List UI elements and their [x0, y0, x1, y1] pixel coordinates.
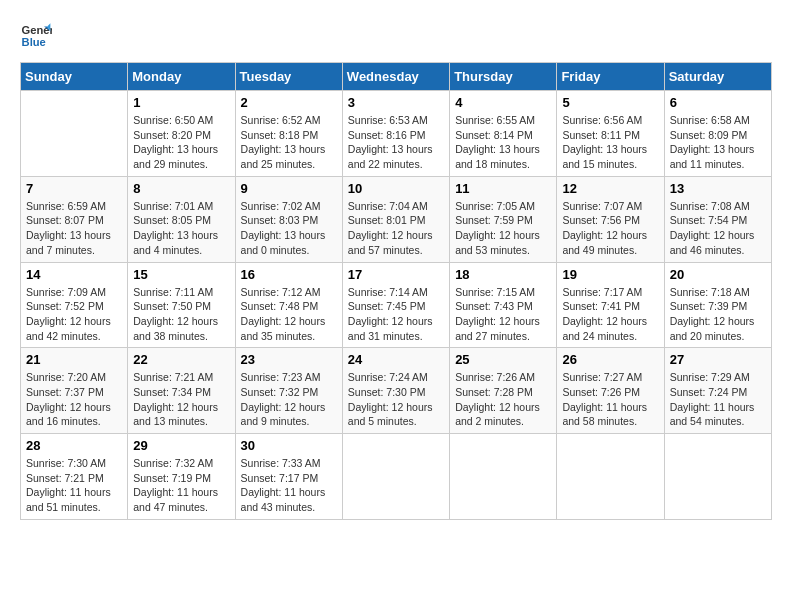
day-number: 3	[348, 95, 444, 110]
weekday-header-tuesday: Tuesday	[235, 63, 342, 91]
weekday-header-friday: Friday	[557, 63, 664, 91]
day-number: 7	[26, 181, 122, 196]
day-info: Sunrise: 7:17 AM Sunset: 7:41 PM Dayligh…	[562, 285, 658, 344]
calendar-cell: 25Sunrise: 7:26 AM Sunset: 7:28 PM Dayli…	[450, 348, 557, 434]
day-number: 6	[670, 95, 766, 110]
calendar-week-1: 1Sunrise: 6:50 AM Sunset: 8:20 PM Daylig…	[21, 91, 772, 177]
day-number: 14	[26, 267, 122, 282]
calendar-body: 1Sunrise: 6:50 AM Sunset: 8:20 PM Daylig…	[21, 91, 772, 520]
calendar-cell: 24Sunrise: 7:24 AM Sunset: 7:30 PM Dayli…	[342, 348, 449, 434]
day-number: 15	[133, 267, 229, 282]
day-info: Sunrise: 7:12 AM Sunset: 7:48 PM Dayligh…	[241, 285, 337, 344]
day-number: 17	[348, 267, 444, 282]
day-info: Sunrise: 7:26 AM Sunset: 7:28 PM Dayligh…	[455, 370, 551, 429]
calendar-cell: 18Sunrise: 7:15 AM Sunset: 7:43 PM Dayli…	[450, 262, 557, 348]
day-info: Sunrise: 6:59 AM Sunset: 8:07 PM Dayligh…	[26, 199, 122, 258]
day-number: 12	[562, 181, 658, 196]
day-info: Sunrise: 6:53 AM Sunset: 8:16 PM Dayligh…	[348, 113, 444, 172]
day-info: Sunrise: 7:04 AM Sunset: 8:01 PM Dayligh…	[348, 199, 444, 258]
day-info: Sunrise: 7:18 AM Sunset: 7:39 PM Dayligh…	[670, 285, 766, 344]
day-info: Sunrise: 7:32 AM Sunset: 7:19 PM Dayligh…	[133, 456, 229, 515]
day-info: Sunrise: 7:11 AM Sunset: 7:50 PM Dayligh…	[133, 285, 229, 344]
calendar-header: SundayMondayTuesdayWednesdayThursdayFrid…	[21, 63, 772, 91]
day-number: 9	[241, 181, 337, 196]
day-info: Sunrise: 6:56 AM Sunset: 8:11 PM Dayligh…	[562, 113, 658, 172]
day-number: 10	[348, 181, 444, 196]
day-info: Sunrise: 7:09 AM Sunset: 7:52 PM Dayligh…	[26, 285, 122, 344]
day-number: 1	[133, 95, 229, 110]
calendar-cell: 30Sunrise: 7:33 AM Sunset: 7:17 PM Dayli…	[235, 434, 342, 520]
calendar-cell: 12Sunrise: 7:07 AM Sunset: 7:56 PM Dayli…	[557, 176, 664, 262]
day-info: Sunrise: 6:52 AM Sunset: 8:18 PM Dayligh…	[241, 113, 337, 172]
day-number: 16	[241, 267, 337, 282]
calendar-cell: 17Sunrise: 7:14 AM Sunset: 7:45 PM Dayli…	[342, 262, 449, 348]
calendar-week-5: 28Sunrise: 7:30 AM Sunset: 7:21 PM Dayli…	[21, 434, 772, 520]
day-number: 24	[348, 352, 444, 367]
day-info: Sunrise: 6:58 AM Sunset: 8:09 PM Dayligh…	[670, 113, 766, 172]
day-info: Sunrise: 7:27 AM Sunset: 7:26 PM Dayligh…	[562, 370, 658, 429]
calendar-cell: 3Sunrise: 6:53 AM Sunset: 8:16 PM Daylig…	[342, 91, 449, 177]
calendar-cell: 16Sunrise: 7:12 AM Sunset: 7:48 PM Dayli…	[235, 262, 342, 348]
day-number: 28	[26, 438, 122, 453]
calendar-cell: 6Sunrise: 6:58 AM Sunset: 8:09 PM Daylig…	[664, 91, 771, 177]
svg-text:Blue: Blue	[22, 36, 46, 48]
calendar-cell: 15Sunrise: 7:11 AM Sunset: 7:50 PM Dayli…	[128, 262, 235, 348]
calendar-week-3: 14Sunrise: 7:09 AM Sunset: 7:52 PM Dayli…	[21, 262, 772, 348]
calendar-cell	[21, 91, 128, 177]
day-info: Sunrise: 7:15 AM Sunset: 7:43 PM Dayligh…	[455, 285, 551, 344]
day-info: Sunrise: 7:24 AM Sunset: 7:30 PM Dayligh…	[348, 370, 444, 429]
calendar-cell: 2Sunrise: 6:52 AM Sunset: 8:18 PM Daylig…	[235, 91, 342, 177]
day-number: 8	[133, 181, 229, 196]
day-info: Sunrise: 7:21 AM Sunset: 7:34 PM Dayligh…	[133, 370, 229, 429]
weekday-header-wednesday: Wednesday	[342, 63, 449, 91]
weekday-header-saturday: Saturday	[664, 63, 771, 91]
day-info: Sunrise: 7:23 AM Sunset: 7:32 PM Dayligh…	[241, 370, 337, 429]
day-info: Sunrise: 7:33 AM Sunset: 7:17 PM Dayligh…	[241, 456, 337, 515]
day-number: 29	[133, 438, 229, 453]
calendar-cell: 1Sunrise: 6:50 AM Sunset: 8:20 PM Daylig…	[128, 91, 235, 177]
calendar-cell	[664, 434, 771, 520]
day-info: Sunrise: 7:07 AM Sunset: 7:56 PM Dayligh…	[562, 199, 658, 258]
calendar-week-4: 21Sunrise: 7:20 AM Sunset: 7:37 PM Dayli…	[21, 348, 772, 434]
calendar-cell: 21Sunrise: 7:20 AM Sunset: 7:37 PM Dayli…	[21, 348, 128, 434]
weekday-header-monday: Monday	[128, 63, 235, 91]
day-info: Sunrise: 7:30 AM Sunset: 7:21 PM Dayligh…	[26, 456, 122, 515]
calendar-cell: 22Sunrise: 7:21 AM Sunset: 7:34 PM Dayli…	[128, 348, 235, 434]
day-number: 30	[241, 438, 337, 453]
day-info: Sunrise: 6:55 AM Sunset: 8:14 PM Dayligh…	[455, 113, 551, 172]
calendar-cell: 8Sunrise: 7:01 AM Sunset: 8:05 PM Daylig…	[128, 176, 235, 262]
calendar-cell: 13Sunrise: 7:08 AM Sunset: 7:54 PM Dayli…	[664, 176, 771, 262]
day-number: 13	[670, 181, 766, 196]
logo-icon: General Blue	[20, 20, 52, 52]
day-number: 4	[455, 95, 551, 110]
day-info: Sunrise: 7:02 AM Sunset: 8:03 PM Dayligh…	[241, 199, 337, 258]
day-number: 22	[133, 352, 229, 367]
calendar-cell: 19Sunrise: 7:17 AM Sunset: 7:41 PM Dayli…	[557, 262, 664, 348]
calendar-cell: 28Sunrise: 7:30 AM Sunset: 7:21 PM Dayli…	[21, 434, 128, 520]
calendar-cell: 10Sunrise: 7:04 AM Sunset: 8:01 PM Dayli…	[342, 176, 449, 262]
day-number: 20	[670, 267, 766, 282]
day-info: Sunrise: 7:29 AM Sunset: 7:24 PM Dayligh…	[670, 370, 766, 429]
calendar-cell	[342, 434, 449, 520]
weekday-header-thursday: Thursday	[450, 63, 557, 91]
calendar-cell	[450, 434, 557, 520]
calendar-cell: 5Sunrise: 6:56 AM Sunset: 8:11 PM Daylig…	[557, 91, 664, 177]
day-info: Sunrise: 6:50 AM Sunset: 8:20 PM Dayligh…	[133, 113, 229, 172]
calendar-cell: 27Sunrise: 7:29 AM Sunset: 7:24 PM Dayli…	[664, 348, 771, 434]
calendar-cell: 7Sunrise: 6:59 AM Sunset: 8:07 PM Daylig…	[21, 176, 128, 262]
calendar-cell: 4Sunrise: 6:55 AM Sunset: 8:14 PM Daylig…	[450, 91, 557, 177]
day-number: 25	[455, 352, 551, 367]
calendar-cell: 9Sunrise: 7:02 AM Sunset: 8:03 PM Daylig…	[235, 176, 342, 262]
weekday-row: SundayMondayTuesdayWednesdayThursdayFrid…	[21, 63, 772, 91]
day-number: 27	[670, 352, 766, 367]
logo: General Blue	[20, 20, 56, 52]
weekday-header-sunday: Sunday	[21, 63, 128, 91]
day-number: 21	[26, 352, 122, 367]
day-number: 5	[562, 95, 658, 110]
day-info: Sunrise: 7:20 AM Sunset: 7:37 PM Dayligh…	[26, 370, 122, 429]
calendar-cell: 26Sunrise: 7:27 AM Sunset: 7:26 PM Dayli…	[557, 348, 664, 434]
day-number: 23	[241, 352, 337, 367]
calendar-cell: 11Sunrise: 7:05 AM Sunset: 7:59 PM Dayli…	[450, 176, 557, 262]
day-number: 11	[455, 181, 551, 196]
day-info: Sunrise: 7:01 AM Sunset: 8:05 PM Dayligh…	[133, 199, 229, 258]
